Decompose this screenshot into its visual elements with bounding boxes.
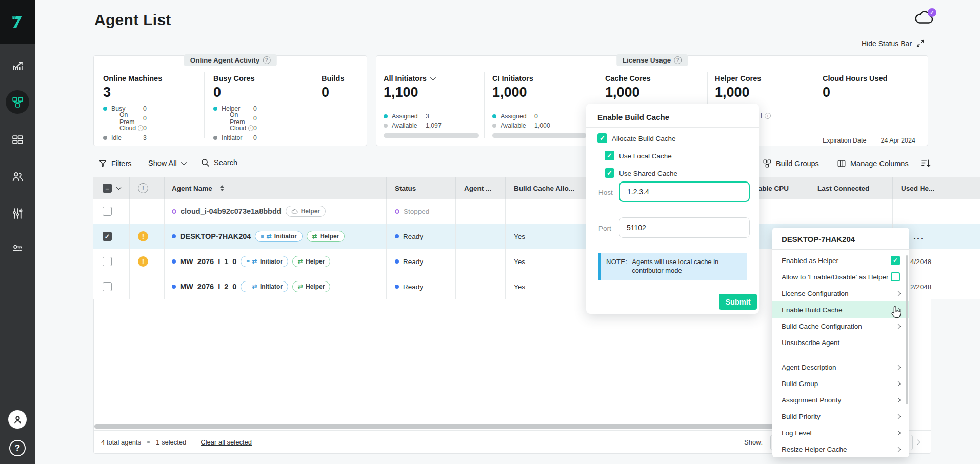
menu-item-license-configuration[interactable]: License Configuration	[772, 285, 909, 301]
expiration-date-row: Expiration Date 24 Apr 2024	[823, 137, 915, 144]
menu-item-enable-build-cache[interactable]: Enable Build Cache	[772, 301, 909, 318]
avatar	[8, 410, 27, 429]
menu-item-enabled-as-helper[interactable]: Enabled as Helper✓	[772, 252, 909, 269]
sidebar-item-settings[interactable]	[0, 207, 35, 220]
header-build-cache-allocation: Build Cache Allo...	[505, 177, 592, 199]
pagination-next-button[interactable]	[916, 437, 919, 446]
sidebar-item-analytics[interactable]	[0, 58, 35, 71]
expiration-label: Expiration Date	[823, 137, 866, 144]
busy-cores-label: Busy Cores	[213, 74, 308, 83]
helper-cores-value: 1,000	[715, 85, 807, 100]
agent-name: MW_2076_I_1_0	[180, 257, 236, 266]
help-icon: ?	[9, 440, 26, 456]
menu-item-build-priority[interactable]: Build Priority	[772, 408, 909, 425]
stopped-dot-icon	[395, 209, 399, 214]
cloud-hours-label: Cloud Hours Used	[823, 74, 923, 83]
build-groups-icon	[763, 159, 772, 168]
all-initiators-value: 1,100	[384, 85, 479, 100]
ready-dot-icon	[172, 285, 176, 289]
builds-column: Builds 0	[322, 74, 363, 100]
sidebar-item-help[interactable]: ?	[0, 440, 35, 456]
note-label: NOTE:	[606, 258, 627, 266]
show-label: Show:	[744, 438, 763, 446]
build-cache-value: Yes	[514, 283, 525, 291]
menu-item-log-level[interactable]: Log Level	[772, 425, 909, 441]
person-icon	[11, 413, 24, 426]
submit-button[interactable]: Submit	[719, 294, 757, 310]
cache-cores-value: 1,000	[605, 85, 697, 100]
busy-cores-value: 0	[213, 85, 308, 100]
filters-button[interactable]: Filters	[98, 159, 131, 168]
row-checkbox[interactable]	[103, 282, 112, 291]
agent-context-menu: DESKTOP-7HAK204 Enabled as Helper✓ Allow…	[772, 228, 909, 457]
sidebar-item-profile[interactable]	[0, 410, 35, 429]
license-tag-label: License Usage	[623, 56, 671, 64]
online-machines-value: 3	[103, 85, 201, 100]
row-checkbox[interactable]	[103, 257, 112, 266]
header-last-connected: Last Connected	[809, 177, 892, 199]
header-status: Status	[386, 177, 455, 199]
cloud-status-button[interactable]: ✓	[914, 9, 936, 29]
build-groups-button[interactable]: Build Groups	[763, 159, 819, 168]
analytics-chart-icon	[11, 58, 24, 71]
manage-columns-label: Manage Columns	[850, 159, 909, 168]
app-logo[interactable]	[0, 0, 35, 44]
grid-rows-icon	[11, 133, 24, 146]
helper-cores-label: Helper Cores	[715, 74, 807, 83]
initiator-pill: ≡⇄ Initiator	[241, 281, 288, 292]
show-all-dropdown[interactable]: Show All	[148, 159, 185, 167]
chevron-right-icon	[896, 447, 901, 452]
all-initiators-dropdown[interactable]: All Initiators	[384, 74, 479, 83]
busy-cores-column: Busy Cores 0 Helper0 On Prem0 Cloudi0 In…	[213, 74, 308, 143]
port-label: Port	[598, 225, 611, 232]
row-checkbox-checked[interactable]: ✓	[103, 232, 112, 241]
ci-initiators-usage-bar	[492, 133, 587, 138]
hide-status-bar-button[interactable]: Hide Status Bar	[862, 39, 925, 48]
select-menu-chevron-icon[interactable]	[116, 185, 122, 190]
select-all-checkbox[interactable]: –	[103, 184, 112, 193]
menu-item-build-cache-configuration[interactable]: Build Cache Configuration	[772, 318, 909, 334]
manage-columns-button[interactable]: Manage Columns	[837, 159, 909, 168]
menu-item-agent-description[interactable]: Agent Description	[772, 359, 909, 375]
header-agent-name[interactable]: Agent Name	[164, 177, 386, 199]
sidebar-item-builds[interactable]	[0, 133, 35, 146]
menu-item-assignment-priority[interactable]: Assignment Priority	[772, 392, 909, 408]
tree-line	[215, 110, 215, 128]
build-cache-value: Yes	[514, 233, 525, 240]
menu-item-unsubscribe-agent[interactable]: Unsubscribe Agent	[772, 334, 909, 351]
build-groups-label: Build Groups	[776, 159, 819, 168]
checkbox-unchecked[interactable]	[891, 272, 900, 281]
use-local-cache-checkbox[interactable]: ✓	[605, 151, 614, 160]
clear-all-selected-link[interactable]: Clear all selected	[201, 438, 252, 446]
hide-status-bar-label: Hide Status Bar	[862, 39, 912, 48]
search-button[interactable]: Search	[201, 158, 237, 167]
sort-lines-icon	[920, 158, 931, 169]
chevron-right-icon	[896, 414, 901, 419]
row-density-button[interactable]	[920, 158, 931, 169]
host-input[interactable]: 1.2.3.4	[619, 181, 750, 202]
menu-item-allow-enable-disable[interactable]: Allow to 'Enable/Disable' as Helper	[772, 269, 909, 285]
agents-network-icon	[11, 96, 24, 109]
checkbox-checked[interactable]: ✓	[891, 256, 900, 265]
allocate-build-cache-checkbox[interactable]: ✓	[597, 133, 607, 143]
use-shared-cache-checkbox[interactable]: ✓	[605, 168, 614, 178]
sidebar-item-license-keys[interactable]	[0, 242, 35, 255]
menu-item-build-group[interactable]: Build Group	[772, 375, 909, 392]
sidebar-item-agents[interactable]	[0, 90, 35, 114]
tree-line	[215, 128, 219, 128]
chevron-right-icon	[896, 365, 901, 370]
table-row[interactable]: cloud_i-04b92c073e1a8bbdd Helper Stopped	[93, 199, 980, 224]
menu-item-resize-helper-cache[interactable]: Resize Helper Cache	[772, 441, 909, 457]
sidebar-item-users[interactable]	[0, 170, 35, 183]
activity-info-icon: ?	[263, 56, 270, 64]
tree-line	[215, 118, 219, 118]
port-input[interactable]: 51102	[619, 217, 750, 238]
divider	[772, 355, 909, 355]
divider	[484, 72, 485, 138]
menu-scrollbar[interactable]	[906, 255, 908, 404]
users-icon	[11, 170, 24, 183]
used-helper-value: 4/2048	[910, 258, 931, 266]
row-checkbox[interactable]	[103, 207, 112, 216]
alert-column-icon: !	[138, 183, 148, 193]
modal-title: Enable Build Cache	[597, 113, 669, 122]
